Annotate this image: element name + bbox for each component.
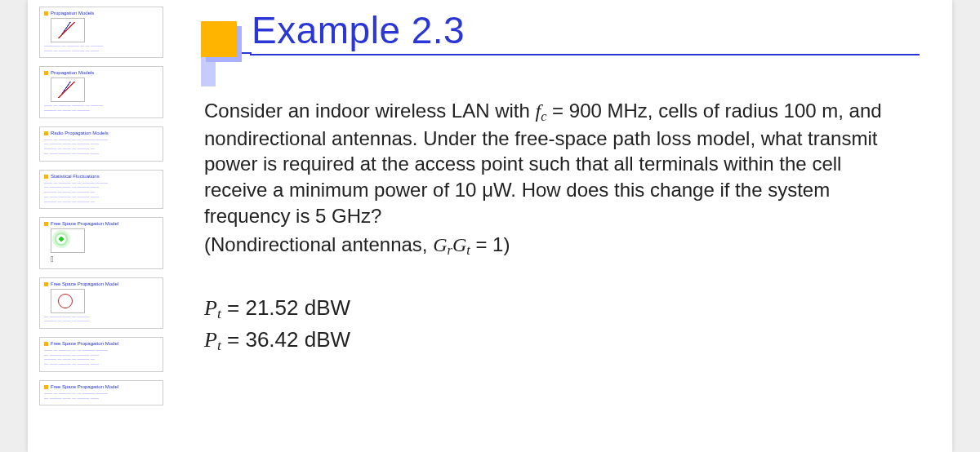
answer-line-2: Pt = 36.42 dBW: [204, 326, 895, 356]
slide-thumbnail[interactable]: Propagation Models —— — ——— ——— — ——————…: [39, 66, 163, 117]
problem-statement: Consider an indoor wireless LAN with fc …: [204, 98, 895, 228]
problem-note: (Nondirectional antennas, GrGt = 1): [204, 232, 895, 259]
slide-thumbnail[interactable]: Radio Propagation Models —— — ——— — — ——…: [39, 126, 163, 162]
slide-title: Example 2.3: [252, 8, 465, 52]
thumbnail-body: — ——— —— — —————— — —— — ———: [44, 315, 158, 325]
thumbnail-body: ———— — ——— — — ————— — ——— ——— — ——: [44, 44, 158, 54]
answer-line-1: Pt = 21.52 dBW: [204, 294, 895, 324]
viewport: Propagation Models ———— — ——— — — ————— …: [0, 0, 980, 452]
thumbnail-title: Free Space Propagation Model: [44, 341, 158, 347]
answers: Pt = 21.52 dBW Pt = 36.42 dBW: [204, 294, 895, 356]
slide-body: Consider an indoor wireless LAN with fc …: [172, 86, 920, 355]
slide-thumbnail[interactable]: Free Space Propagation Model —— — ——— — …: [39, 337, 163, 372]
slide-thumbnail[interactable]: Statistical Fluctuations —— — ——— — — ——…: [39, 170, 163, 210]
slide-thumbnail-strip: Propagation Models ———— — ——— — — ————— …: [28, 0, 172, 452]
thumbnail-title: Radio Propagation Models: [44, 131, 158, 136]
thumbnail-title: Free Space Propagation Model: [44, 281, 158, 287]
thumbnail-body: —— — ——— — — ——— ———— ——— —— — ——— —— ——…: [44, 348, 158, 367]
slide-thumbnail[interactable]: Propagation Models ———— — ——— — — ————— …: [39, 7, 163, 58]
thumbnail-title: Free Space Propagation Model: [44, 384, 158, 390]
page-sheet: Propagation Models ———— — ——— — — ————— …: [28, 0, 952, 452]
thumbnail-title: Statistical Fluctuations: [44, 174, 158, 179]
title-rule: [250, 54, 920, 55]
chart-icon: [51, 78, 85, 102]
thumbnail-title: Propagation Models: [44, 70, 158, 76]
tower-icon: 𖥵: [51, 255, 54, 264]
thumbnail-body: —— — ——— — — ——— ———— ——— —— — ——— —— ——…: [44, 138, 158, 157]
slide-thumbnail[interactable]: Free Space Propagation Model —— — ——— — …: [39, 380, 163, 405]
bullet-icon: [201, 21, 237, 57]
slide-thumbnail[interactable]: Free Space Propagation Model 𖥵: [39, 217, 163, 268]
slide-thumbnail[interactable]: Free Space Propagation Model — ——— —— — …: [39, 277, 163, 329]
symbol-G: G: [433, 234, 447, 255]
thumbnail-body: —— — ——— ——— — —————— — —— — ———: [44, 104, 158, 113]
title-decoration: [201, 52, 252, 86]
symbol-G: G: [452, 234, 466, 255]
thumbnail-body: —— — ——— — — ——— ———— ——— —— — ——— —— ——…: [44, 181, 158, 205]
chart-icon: [51, 18, 85, 42]
thumbnail-title: Propagation Models: [44, 11, 158, 16]
thumbnail-title: Free Space Propagation Model: [44, 221, 158, 227]
thumbnail-body: —— — ——— — — ——— ———— ——— —— — ——— ——: [44, 392, 158, 401]
antenna-icon: [51, 228, 85, 253]
diagram-icon: [51, 289, 85, 313]
main-slide: Example 2.3 Consider an indoor wireless …: [172, 0, 952, 452]
title-area: Example 2.3: [172, 0, 920, 86]
